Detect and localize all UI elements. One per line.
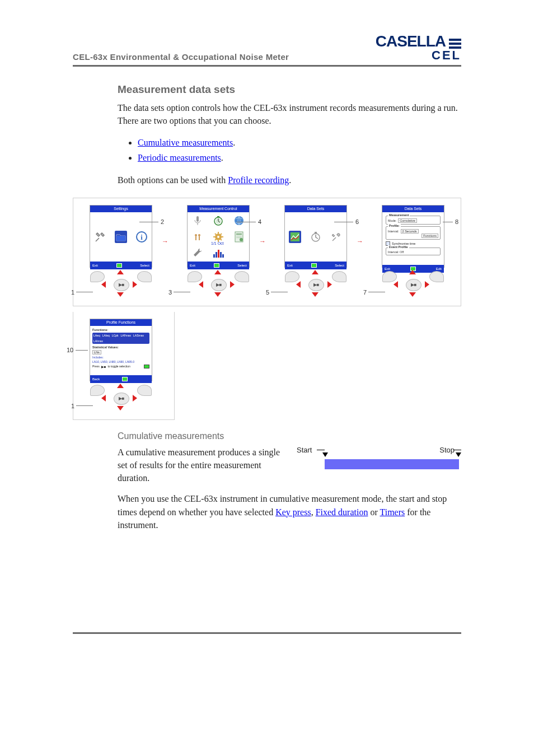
wrench-icon <box>191 246 204 259</box>
callout-6: 6 <box>355 218 359 225</box>
svg-rect-32 <box>218 250 219 258</box>
svg-point-11 <box>195 234 197 236</box>
screen-title: Measurement Control <box>188 206 249 212</box>
cumulative-figure: Start Stop <box>297 446 461 470</box>
keypad: ▶■ <box>188 271 249 299</box>
mode-label: Mode: <box>388 219 396 222</box>
battery-icon <box>122 377 128 381</box>
chart-icon <box>289 231 301 243</box>
screen-data-sets-icons: Data Sets Exit <box>274 205 358 299</box>
svg-point-16 <box>217 236 219 238</box>
callout-7: 7 <box>363 289 367 296</box>
keypad: ▶■ <box>90 271 152 299</box>
info-icon: i <box>135 231 148 243</box>
link-periodic[interactable]: Periodic measurements <box>138 153 221 162</box>
footer-select: Select <box>335 264 344 267</box>
cumulative-mode-paragraph: When you use the CEL-63x instrument in c… <box>118 492 461 531</box>
functions-label: Functions: <box>92 328 149 332</box>
screen-measurement-control: Measurement Control <box>176 205 260 299</box>
svg-rect-31 <box>216 252 217 258</box>
keypad: ▶■ <box>382 271 444 299</box>
figure-profile-functions: Profile Functions Functions: LAeq LAIeq … <box>73 312 175 420</box>
tools-icon <box>330 231 343 243</box>
footer-exit: Exit <box>287 264 293 267</box>
footer-rule <box>73 632 461 634</box>
stat-values-label: Statistical Values: <box>92 346 149 349</box>
folder-icon <box>115 231 127 243</box>
svg-line-21 <box>215 234 216 235</box>
globe-icon <box>233 214 245 227</box>
screen-title: Profile Functions <box>90 319 152 326</box>
svg-rect-27 <box>236 236 242 236</box>
functions-button: Functions <box>421 234 438 238</box>
svg-rect-9 <box>217 216 219 217</box>
screen-title: Data Sets <box>285 206 346 212</box>
stopwatch-icon <box>310 231 322 243</box>
options-list: Cumulative measurements. Periodic measur… <box>138 135 461 165</box>
func-tag: LASmax <box>133 334 144 337</box>
func-tag: LAeq <box>93 334 100 337</box>
intro-paragraph: The data sets option controls how the CE… <box>118 101 461 127</box>
press-suffix: to toggle selection <box>107 365 130 368</box>
callout-8: 8 <box>455 218 458 225</box>
link-key-press[interactable]: Key press <box>275 507 311 517</box>
footer-select: Select <box>140 264 149 267</box>
includes-label: Includes: <box>92 356 104 359</box>
mode-value: Cumulative <box>398 218 417 223</box>
list-item: Cumulative measurements. <box>138 135 461 150</box>
svg-rect-30 <box>213 254 215 258</box>
group-profile: Profile: <box>388 224 401 227</box>
figure-screens-row: Settings i Exit <box>73 198 461 306</box>
footer-exit: Exit <box>190 264 195 267</box>
svg-rect-26 <box>236 234 242 235</box>
interval-label: Interval: <box>388 230 399 233</box>
svg-rect-39 <box>315 232 317 234</box>
link-fixed-duration[interactable]: Fixed duration <box>316 507 368 517</box>
footer-exit: Exit <box>92 264 98 267</box>
event-interval: Interval: Off <box>388 250 404 254</box>
tools-icon <box>94 231 106 243</box>
keypad: ▶■ <box>90 385 152 413</box>
interval-value: 2 Seconds <box>401 229 419 234</box>
link-cumulative[interactable]: Cumulative measurements <box>138 138 233 147</box>
callout-4: 4 <box>258 218 261 225</box>
footer-select: Select <box>237 264 247 267</box>
clock-icon <box>212 214 224 227</box>
footer-exit: Exit <box>385 267 390 270</box>
callout-2: 2 <box>161 218 164 225</box>
section-heading: Measurement data sets <box>118 83 461 96</box>
svg-point-12 <box>198 234 200 236</box>
press-label: Press <box>92 365 100 368</box>
svg-line-23 <box>215 239 216 240</box>
screen-data-sets-form: Data Sets Measurement Mode: Cumulative P <box>371 205 455 299</box>
svg-point-29 <box>240 238 243 241</box>
mic-icon <box>191 214 204 227</box>
screen-title: Settings <box>90 206 152 212</box>
logo-text: CASELLA <box>376 34 446 49</box>
svg-line-24 <box>221 234 222 235</box>
includes-value: LN10, LN50, LN80, LN90, LN95.0 <box>92 360 149 363</box>
callout-10: 10 <box>67 347 73 353</box>
screen-title: Data Sets <box>382 206 444 212</box>
cumulative-heading: Cumulative measurements <box>118 431 461 441</box>
battery-icon <box>214 263 219 268</box>
link-profile-recording[interactable]: Profile recording <box>228 175 289 185</box>
header-rule <box>73 65 461 67</box>
sheet-icon <box>233 231 245 243</box>
stat-value: LNs <box>92 350 101 354</box>
svg-line-22 <box>221 239 222 240</box>
brand-logo: CASELLA CEL <box>376 34 461 62</box>
svg-rect-3 <box>196 216 199 222</box>
screen-settings: Settings i Exit <box>79 205 163 299</box>
svg-rect-33 <box>220 252 222 258</box>
callout-1b: 1 <box>71 403 74 409</box>
func-tag: LAImax <box>93 339 103 343</box>
svg-text:i: i <box>140 233 143 241</box>
svg-rect-34 <box>222 254 224 258</box>
link-timers[interactable]: Timers <box>380 507 405 517</box>
start-label: Start <box>297 446 312 454</box>
svg-rect-28 <box>236 237 242 238</box>
cumulative-body: A cumulative measurement produces a sing… <box>118 446 285 485</box>
stop-label: Stop <box>439 446 455 454</box>
callout-1: 1 <box>71 289 74 296</box>
